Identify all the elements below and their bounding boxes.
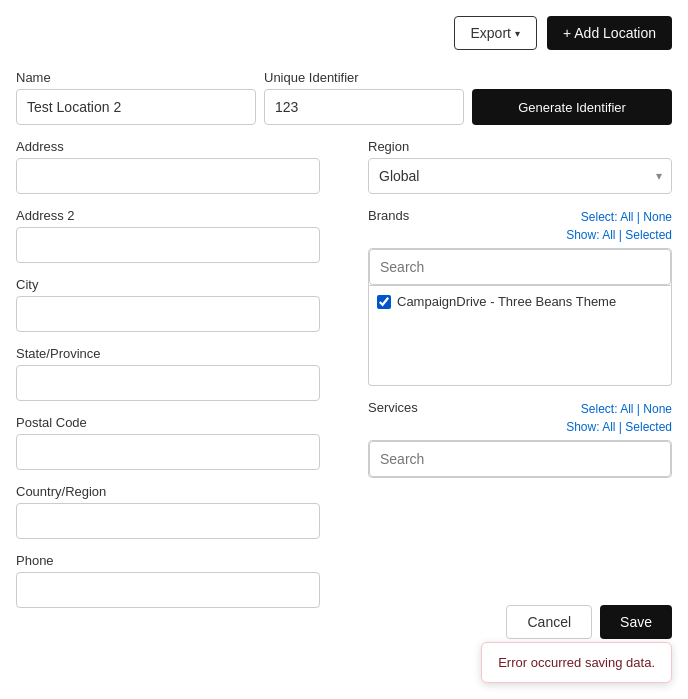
address-field-group: Address <box>16 139 320 194</box>
region-field-group: Region Global North America Europe Asia … <box>368 139 672 194</box>
services-show-label: Show: <box>566 420 602 434</box>
country-field-group: Country/Region <box>16 484 320 539</box>
postal-label: Postal Code <box>16 415 320 430</box>
state-input[interactable] <box>16 365 320 401</box>
brands-select-none[interactable]: None <box>643 210 672 224</box>
error-toast: Error occurred saving data. <box>481 642 672 683</box>
columns-wrapper: Address Address 2 City State/Province Po… <box>16 139 672 622</box>
brands-show-selected[interactable]: Selected <box>625 228 672 242</box>
brand-checkbox[interactable] <box>377 295 391 309</box>
left-column: Address Address 2 City State/Province Po… <box>16 139 336 622</box>
address2-input[interactable] <box>16 227 320 263</box>
uid-input[interactable] <box>264 89 464 125</box>
services-field-group: Services Select: All | None Show: All | … <box>368 400 672 478</box>
cancel-label: Cancel <box>527 614 571 630</box>
brands-select-links: Select: All | None Show: All | Selected <box>566 208 672 244</box>
services-show-selected[interactable]: Selected <box>625 420 672 434</box>
save-label: Save <box>620 614 652 630</box>
error-message: Error occurred saving data. <box>498 655 655 670</box>
address2-label: Address 2 <box>16 208 320 223</box>
address-input[interactable] <box>16 158 320 194</box>
city-input[interactable] <box>16 296 320 332</box>
services-header: Services Select: All | None Show: All | … <box>368 400 672 436</box>
region-select-wrapper: Global North America Europe Asia Pacific… <box>368 158 672 194</box>
brands-show-label: Show: <box>566 228 602 242</box>
postal-field-group: Postal Code <box>16 415 320 470</box>
services-show-all[interactable]: All <box>602 420 615 434</box>
phone-input[interactable] <box>16 572 320 608</box>
services-select-links: Select: All | None Show: All | Selected <box>566 400 672 436</box>
services-select-all[interactable]: All <box>620 402 633 416</box>
export-button[interactable]: Export ▾ <box>454 16 537 50</box>
brands-search-wrapper <box>368 248 672 286</box>
postal-input[interactable] <box>16 434 320 470</box>
uid-field-group: Unique Identifier <box>264 70 464 125</box>
city-label: City <box>16 277 320 292</box>
brands-search-input[interactable] <box>369 249 671 285</box>
cancel-button[interactable]: Cancel <box>506 605 592 639</box>
brands-label: Brands <box>368 208 409 223</box>
brand-item: CampaignDrive - Three Beans Theme <box>377 292 663 311</box>
services-select-none[interactable]: None <box>643 402 672 416</box>
brand-label: CampaignDrive - Three Beans Theme <box>397 294 616 309</box>
country-input[interactable] <box>16 503 320 539</box>
brands-field-group: Brands Select: All | None Show: All | Se… <box>368 208 672 386</box>
top-name-row: Name Unique Identifier Generate Identifi… <box>16 70 672 125</box>
generate-btn-wrapper: Generate Identifier <box>472 89 672 125</box>
generate-identifier-button[interactable]: Generate Identifier <box>472 89 672 125</box>
brands-list: CampaignDrive - Three Beans Theme <box>368 286 672 386</box>
add-location-button[interactable]: + Add Location <box>547 16 672 50</box>
add-location-label: + Add Location <box>563 25 656 41</box>
brands-select-all[interactable]: All <box>620 210 633 224</box>
right-column: Region Global North America Europe Asia … <box>352 139 672 622</box>
services-search-input[interactable] <box>369 441 671 477</box>
services-select-label: Select: <box>581 402 620 416</box>
name-input[interactable] <box>16 89 256 125</box>
phone-field-group: Phone <box>16 553 320 608</box>
name-label: Name <box>16 70 256 85</box>
brands-select-label: Select: <box>581 210 620 224</box>
bottom-buttons: Cancel Save <box>506 605 672 639</box>
services-search-wrapper <box>368 440 672 478</box>
address-label: Address <box>16 139 320 154</box>
save-button[interactable]: Save <box>600 605 672 639</box>
country-label: Country/Region <box>16 484 320 499</box>
phone-label: Phone <box>16 553 320 568</box>
state-field-group: State/Province <box>16 346 320 401</box>
export-caret-icon: ▾ <box>515 28 520 39</box>
brands-show-all[interactable]: All <box>602 228 615 242</box>
city-field-group: City <box>16 277 320 332</box>
brands-header: Brands Select: All | None Show: All | Se… <box>368 208 672 244</box>
region-select[interactable]: Global North America Europe Asia Pacific <box>368 158 672 194</box>
region-label: Region <box>368 139 672 154</box>
export-label: Export <box>471 25 511 41</box>
uid-label: Unique Identifier <box>264 70 464 85</box>
state-label: State/Province <box>16 346 320 361</box>
top-bar: Export ▾ + Add Location <box>16 16 672 50</box>
services-label: Services <box>368 400 418 415</box>
generate-label: Generate Identifier <box>518 100 626 115</box>
page-wrapper: Export ▾ + Add Location Name Unique Iden… <box>0 0 688 699</box>
name-field-group: Name <box>16 70 256 125</box>
address2-field-group: Address 2 <box>16 208 320 263</box>
